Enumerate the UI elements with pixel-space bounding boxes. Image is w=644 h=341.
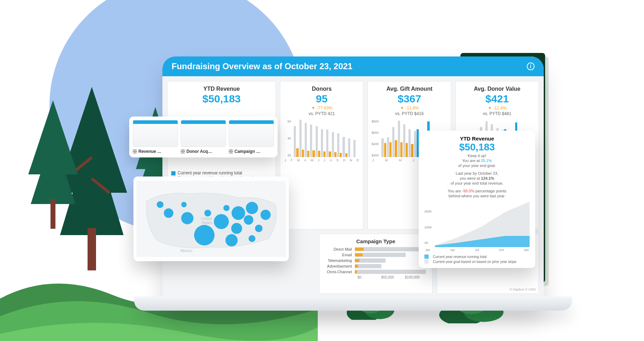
kpi-delta: ▼ -11.8% xyxy=(371,106,447,110)
kpi-title: Avg. Gift Amount xyxy=(371,86,447,92)
donor-map[interactable]: United States Mexico xyxy=(133,177,289,261)
kpi-delta: ▼ -77.43% xyxy=(284,106,359,110)
svg-point-48 xyxy=(249,235,255,242)
svg-point-39 xyxy=(214,214,229,229)
kpi-value: $50,183 xyxy=(171,93,272,105)
kpi-value: $421 xyxy=(459,93,535,105)
laptop-base xyxy=(134,297,572,311)
card-behind: You are -99.0% percentage points xyxy=(424,189,530,193)
svg-rect-19 xyxy=(133,152,135,154)
svg-rect-26 xyxy=(231,149,233,151)
page-title: Fundraising Overview as of October 23, 2… xyxy=(172,61,352,71)
campaign-row: Advertisement xyxy=(323,264,429,268)
svg-rect-22 xyxy=(183,149,185,151)
tree-illustration xyxy=(26,100,80,229)
kpi-title: YTD Revenue xyxy=(171,86,272,92)
kpi-title: Avg. Donor Value xyxy=(459,86,535,92)
kpi-title: Donors xyxy=(284,86,359,92)
kpi-donors[interactable]: Donors 95 ▼ -77.43% vs. PYTD 421 604020 … xyxy=(280,81,363,229)
svg-text:States: States xyxy=(202,221,212,225)
svg-rect-2 xyxy=(88,228,96,270)
svg-point-44 xyxy=(246,202,258,214)
svg-point-33 xyxy=(157,201,163,208)
grid-icon xyxy=(229,149,233,154)
nav-thumb-revenue[interactable] xyxy=(133,120,178,147)
card-value: $50,183 xyxy=(424,142,530,153)
svg-rect-25 xyxy=(229,149,231,151)
svg-point-40 xyxy=(223,205,229,211)
legend-goal: Current year goal based on based on prio… xyxy=(424,259,530,264)
legend-running-total: Current year revenue running total xyxy=(171,170,272,175)
down-caret-icon: ▼ xyxy=(400,106,405,110)
svg-text:Mexico: Mexico xyxy=(180,249,192,253)
campaign-type-chart[interactable]: Campaign Type Direct MailEmailTelemarket… xyxy=(319,234,433,294)
kpi-value: $367 xyxy=(371,93,447,105)
svg-rect-21 xyxy=(181,149,183,151)
kpi-delta: ▼ -12.4% xyxy=(459,106,535,110)
nav-label-revenue[interactable]: Revenue … xyxy=(133,149,178,154)
title-bar: Fundraising Overview as of October 23, 2… xyxy=(162,56,544,76)
map-attribution: © Mapbox © OSM xyxy=(510,288,536,291)
svg-point-43 xyxy=(244,215,254,225)
svg-rect-27 xyxy=(229,152,231,154)
svg-point-35 xyxy=(181,202,186,207)
svg-point-45 xyxy=(255,225,262,232)
svg-text:United: United xyxy=(201,216,212,221)
campaign-row: Omni-Channel xyxy=(323,270,429,274)
campaign-row: Direct Mail xyxy=(323,247,429,251)
svg-rect-20 xyxy=(135,152,137,154)
svg-point-42 xyxy=(232,206,245,220)
svg-rect-7 xyxy=(50,199,55,229)
nav-label-campaign[interactable]: Campaign … xyxy=(229,149,274,154)
svg-point-34 xyxy=(164,208,173,218)
legend-running: Current year revenue running total xyxy=(424,255,530,259)
svg-point-46 xyxy=(261,210,271,220)
view-navigator: Revenue … Donor Acq… Campaign … xyxy=(129,116,278,157)
svg-rect-18 xyxy=(135,149,137,151)
svg-rect-23 xyxy=(181,152,183,154)
kpi-vs: vs. PYTD $481 xyxy=(459,111,535,116)
svg-point-41 xyxy=(231,223,242,234)
svg-point-36 xyxy=(181,212,193,225)
donors-bar-chart: 604020 JFMAMJJASOND xyxy=(284,120,359,162)
kpi-vs: vs. PYTD 421 xyxy=(284,111,359,116)
kpi-value: 95 xyxy=(284,93,359,105)
area-x-axis: JanAprJulOctJan xyxy=(424,248,530,252)
card-sub: Keep it up! xyxy=(424,154,530,158)
card-goal-pct: You are at 25.1% xyxy=(424,158,530,163)
nav-thumb-donor-acq[interactable] xyxy=(181,120,226,147)
svg-rect-28 xyxy=(231,152,233,154)
svg-rect-17 xyxy=(133,149,135,151)
ytd-revenue-detail: YTD Revenue $50,183 Keep it up! You are … xyxy=(419,131,535,268)
campaign-row: Telemarketing xyxy=(323,258,429,263)
svg-point-47 xyxy=(225,234,238,246)
ytd-area-chart: 200K 100K 0K xyxy=(424,202,530,247)
nav-thumb-campaign[interactable] xyxy=(229,120,274,147)
chart-title: Campaign Type xyxy=(323,238,429,244)
grid-icon xyxy=(133,149,137,154)
kpi-vs: vs. PYTD $416 xyxy=(371,111,447,116)
down-caret-icon: ▼ xyxy=(488,106,493,110)
down-caret-icon: ▼ xyxy=(311,106,316,110)
info-icon[interactable]: i xyxy=(527,62,535,70)
nav-label-donor-acq[interactable]: Donor Acq… xyxy=(181,149,226,154)
campaign-row: Email xyxy=(323,253,429,257)
svg-point-37 xyxy=(194,225,215,245)
grid-icon xyxy=(181,149,185,154)
svg-point-38 xyxy=(204,210,211,216)
svg-rect-24 xyxy=(183,152,185,154)
card-title: YTD Revenue xyxy=(424,136,530,142)
